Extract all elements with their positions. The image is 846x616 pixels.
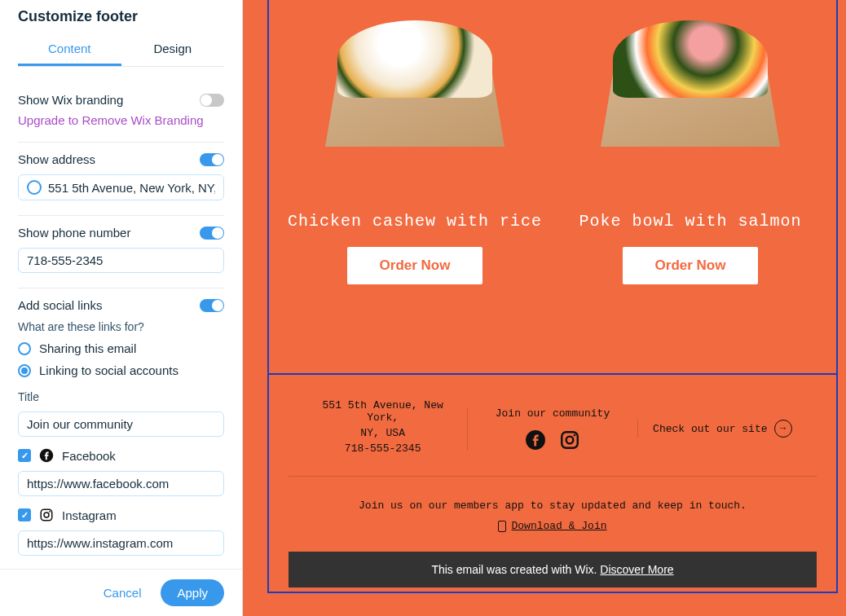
radio-share-icon [18,342,31,355]
social-helper: What are these links for? [18,320,224,333]
product-name: Poke bowl with salmon [579,212,801,231]
email-footer-selected[interactable]: 551 5th Avenue, New York, NY, USA 718-55… [267,373,838,593]
instagram-name: Instagram [62,508,117,522]
facebook-url-wrap [18,471,224,496]
address-toggle[interactable] [200,153,224,166]
social-title-input[interactable] [27,417,215,431]
instagram-row: Instagram [18,508,224,522]
wix-branding-bar: This email was created with Wix. Discove… [289,552,817,587]
order-now-button[interactable]: Order Now [623,247,759,284]
footer-instagram-icon[interactable] [559,429,580,451]
address-input-wrap [18,174,224,200]
footer-phone: 718-555-2345 [308,442,457,455]
discover-more-link[interactable]: Discover More [600,563,673,576]
instagram-url-wrap [18,530,224,556]
facebook-checkbox[interactable] [18,449,31,462]
email-canvas: Chicken cashew with rice Order Now Poke … [243,0,846,616]
svg-point-7 [574,433,576,436]
apply-button[interactable]: Apply [161,579,224,606]
social-toggle[interactable] [200,299,224,312]
footer-address-line2: NY, USA [308,427,457,439]
site-link-label: Check out our site [653,423,767,435]
branding-toggle[interactable] [200,94,224,107]
radio-share-label: Sharing this email [39,341,136,355]
upgrade-link[interactable]: Upgrade to Remove Wix Branding [18,113,224,127]
customize-footer-panel: Customize footer Content Design Show Wix… [0,0,243,616]
phone-input[interactable] [27,253,215,267]
svg-point-2 [44,513,49,517]
facebook-url-input[interactable] [27,477,215,491]
instagram-checkbox[interactable] [18,508,31,521]
radio-link-icon [18,364,31,377]
panel-title: Customize footer [18,8,224,33]
social-label: Add social links [18,298,102,312]
footer-social-icons [478,429,627,451]
svg-point-6 [566,436,574,443]
facebook-name: Facebook [62,449,116,463]
wix-branding-text: This email was created with Wix. [431,563,600,576]
address-label: Show address [18,152,95,166]
social-title-wrap [18,411,224,437]
social-section: Add social links What are these links fo… [18,288,224,569]
radio-share-email[interactable]: Sharing this email [18,341,224,355]
phone-icon [498,521,506,532]
phone-label: Show phone number [18,226,130,240]
social-title-label: Title [18,390,224,403]
product-card: Poke bowl with salmon Order Now [553,0,828,284]
facebook-row: Facebook [18,448,224,463]
product-name: Chicken cashew with rice [288,212,542,231]
download-join-link[interactable]: Download & Join [511,520,606,532]
address-input[interactable] [48,181,215,195]
site-link[interactable]: Check out our site → [653,420,791,438]
phone-input-wrap [18,248,224,273]
instagram-icon [39,508,54,522]
phone-toggle[interactable] [200,227,224,240]
community-title: Join our community [478,407,627,420]
radio-link-accounts[interactable]: Linking to social accounts [18,363,224,377]
tab-content[interactable]: Content [18,33,121,66]
sidebar-scroll[interactable]: Customize footer Content Design Show Wix… [0,0,242,569]
download-row: Download & Join [289,520,817,532]
product-image [584,0,796,187]
footer-facebook-icon[interactable] [525,429,546,451]
radio-link-label: Linking to social accounts [39,363,178,377]
svg-point-3 [49,511,51,513]
branding-label: Show Wix branding [18,93,123,107]
product-card: Chicken cashew with rice Order Now [277,0,553,284]
footer-address-col: 551 5th Avenue, New York, NY, USA 718-55… [298,399,467,458]
arrow-right-icon: → [774,420,792,438]
tabs: Content Design [18,33,224,67]
branding-section: Show Wix branding Upgrade to Remove Wix … [18,83,224,143]
footer-address-line1: 551 5th Avenue, New York, [308,399,457,424]
panel-actions: Cancel Apply [0,569,242,616]
phone-section: Show phone number [18,216,224,288]
email-preview: Chicken cashew with rice Order Now Poke … [243,0,846,616]
product-image [309,0,521,187]
cancel-button[interactable]: Cancel [92,579,153,606]
tab-design[interactable]: Design [121,33,225,66]
order-now-button[interactable]: Order Now [347,247,483,284]
address-section: Show address [18,143,224,216]
footer-columns: 551 5th Avenue, New York, NY, USA 718-55… [289,399,817,477]
footer-community-col: Join our community [467,407,637,451]
instagram-url-input[interactable] [27,536,215,550]
footer-site-col: Check out our site → [637,420,807,438]
facebook-icon [39,448,54,463]
products-row: Chicken cashew with rice Order Now Poke … [269,0,836,317]
members-text: Join us on our members app to stay updat… [289,499,817,512]
